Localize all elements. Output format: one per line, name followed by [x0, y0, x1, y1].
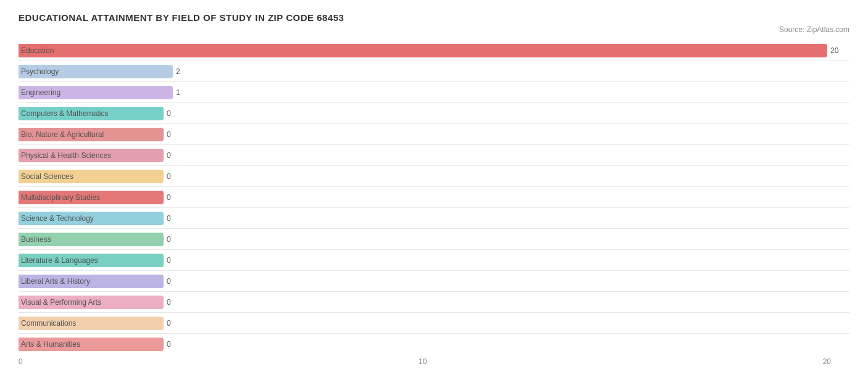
- bar-label: Bio, Nature & Agricultural: [21, 130, 104, 139]
- bar-wrap: Psychology2: [19, 61, 849, 81]
- bar-label: Psychology: [21, 67, 59, 76]
- bar: Arts & Humanities: [19, 338, 164, 351]
- bar-value: 20: [830, 46, 838, 55]
- bar-wrap: Business0: [19, 229, 849, 249]
- bar-row: Multidisciplinary Studies0: [19, 187, 849, 208]
- bar-row: Business0: [19, 229, 849, 250]
- bar-wrap: Liberal Arts & History0: [19, 271, 849, 291]
- bar-row: Visual & Performing Arts0: [19, 292, 849, 313]
- chart-area: Education20Psychology2Engineering1Comput…: [19, 40, 849, 366]
- bar-row: Communications0: [19, 313, 849, 334]
- x-axis-label: 20: [823, 357, 831, 366]
- bar-label: Communications: [21, 319, 76, 328]
- bar-row: Social Sciences0: [19, 166, 849, 187]
- bar: Education: [19, 44, 827, 57]
- x-axis-label: 10: [419, 357, 427, 366]
- bar-row: Education20: [19, 40, 849, 61]
- bar: Physical & Health Sciences: [19, 149, 164, 162]
- bar: Psychology: [19, 65, 173, 78]
- x-axis: 01020: [19, 355, 849, 366]
- bar-wrap: Education20: [19, 40, 849, 60]
- bar-value: 0: [167, 319, 171, 328]
- bar-value: 0: [167, 298, 171, 307]
- bar: Bio, Nature & Agricultural: [19, 128, 164, 141]
- bar-value: 2: [176, 67, 180, 76]
- bar: Social Sciences: [19, 170, 164, 183]
- bar-value: 0: [167, 277, 171, 286]
- bar: Computers & Mathematics: [19, 107, 164, 120]
- chart-title: EDUCATIONAL ATTAINMENT BY FIELD OF STUDY…: [19, 12, 849, 23]
- bar-wrap: Arts & Humanities0: [19, 334, 849, 355]
- bar-value: 0: [167, 340, 171, 349]
- bar-label: Engineering: [21, 88, 61, 97]
- bar: Visual & Performing Arts: [19, 296, 164, 309]
- bar-value: 0: [167, 172, 171, 181]
- bar-label: Arts & Humanities: [21, 340, 80, 349]
- bar-row: Computers & Mathematics0: [19, 103, 849, 124]
- bar: Multidisciplinary Studies: [19, 191, 164, 204]
- bar: Engineering: [19, 86, 173, 99]
- bar-value: 0: [167, 214, 171, 223]
- bar-row: Liberal Arts & History0: [19, 271, 849, 292]
- x-axis-label: 0: [19, 357, 23, 366]
- bar-row: Engineering1: [19, 82, 849, 103]
- bar: Liberal Arts & History: [19, 275, 164, 288]
- bar-row: Bio, Nature & Agricultural0: [19, 124, 849, 145]
- bars-container: Education20Psychology2Engineering1Comput…: [19, 40, 849, 355]
- bar-label: Education: [21, 46, 54, 55]
- bar-row: Physical & Health Sciences0: [19, 145, 849, 166]
- bar: Business: [19, 233, 164, 246]
- bar-wrap: Multidisciplinary Studies0: [19, 187, 849, 207]
- bar-wrap: Engineering1: [19, 82, 849, 102]
- bar-value: 1: [176, 88, 180, 97]
- bar: Literature & Languages: [19, 254, 164, 267]
- bar-wrap: Bio, Nature & Agricultural0: [19, 124, 849, 144]
- bar-label: Business: [21, 235, 51, 244]
- bar-row: Science & Technology0: [19, 208, 849, 229]
- bar-value: 0: [167, 130, 171, 139]
- bar-wrap: Physical & Health Sciences0: [19, 145, 849, 165]
- bar: Communications: [19, 317, 164, 330]
- source-label: Source: ZipAtlas.com: [19, 25, 849, 34]
- bar-label: Liberal Arts & History: [21, 277, 90, 286]
- bar-row: Psychology2: [19, 61, 849, 82]
- bar-label: Multidisciplinary Studies: [21, 193, 100, 202]
- bar-value: 0: [167, 256, 171, 265]
- bar-wrap: Science & Technology0: [19, 208, 849, 228]
- bar-wrap: Literature & Languages0: [19, 250, 849, 270]
- bar-label: Literature & Languages: [21, 256, 98, 265]
- bar: Science & Technology: [19, 212, 164, 225]
- bar-label: Physical & Health Sciences: [21, 151, 111, 160]
- bar-label: Science & Technology: [21, 214, 94, 223]
- bar-value: 0: [167, 151, 171, 160]
- bar-value: 0: [167, 109, 171, 118]
- bar-label: Computers & Mathematics: [21, 109, 108, 118]
- bar-wrap: Computers & Mathematics0: [19, 103, 849, 123]
- bar-value: 0: [167, 193, 171, 202]
- bar-wrap: Social Sciences0: [19, 166, 849, 186]
- bar-value: 0: [167, 235, 171, 244]
- bar-row: Literature & Languages0: [19, 250, 849, 271]
- bar-label: Social Sciences: [21, 172, 73, 181]
- bar-wrap: Visual & Performing Arts0: [19, 292, 849, 312]
- bar-row: Arts & Humanities0: [19, 334, 849, 355]
- bar-wrap: Communications0: [19, 313, 849, 333]
- bar-label: Visual & Performing Arts: [21, 298, 101, 307]
